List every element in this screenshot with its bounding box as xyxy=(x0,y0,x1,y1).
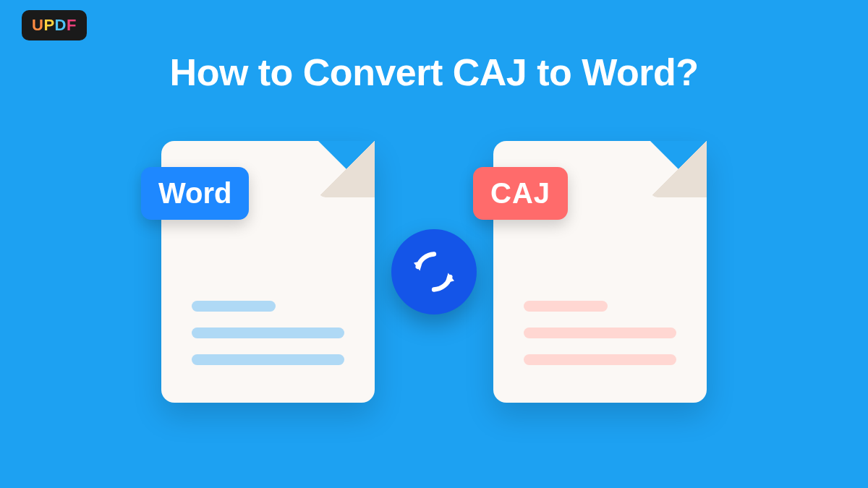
text-line xyxy=(192,354,344,365)
word-document-card: Word xyxy=(161,141,375,403)
word-document: Word xyxy=(161,141,375,403)
word-format-badge: Word xyxy=(141,167,249,220)
page-fold-inner xyxy=(650,141,707,197)
logo-letter-f: F xyxy=(67,16,77,34)
logo-letter-d: D xyxy=(55,16,67,34)
svg-marker-1 xyxy=(445,273,454,283)
logo-letter-p: P xyxy=(43,16,54,34)
logo-text: UPDF xyxy=(32,16,77,35)
refresh-arrows-icon xyxy=(409,247,459,297)
conversion-illustration: Word CAJ xyxy=(0,141,868,403)
text-line xyxy=(524,301,608,312)
page-fold-inner xyxy=(318,141,375,197)
page-title: How to Convert CAJ to Word? xyxy=(0,51,868,94)
caj-document-card: CAJ xyxy=(493,141,707,403)
svg-marker-0 xyxy=(414,261,423,271)
text-line xyxy=(524,328,676,338)
caj-format-badge: CAJ xyxy=(473,167,568,220)
word-text-lines xyxy=(192,301,344,365)
brand-logo: UPDF xyxy=(22,10,87,40)
text-line xyxy=(192,328,344,338)
text-line xyxy=(524,354,676,365)
logo-letter-u: U xyxy=(32,16,43,34)
caj-document: CAJ xyxy=(493,141,707,403)
caj-text-lines xyxy=(524,301,676,365)
convert-button xyxy=(391,229,477,314)
text-line xyxy=(192,301,276,312)
